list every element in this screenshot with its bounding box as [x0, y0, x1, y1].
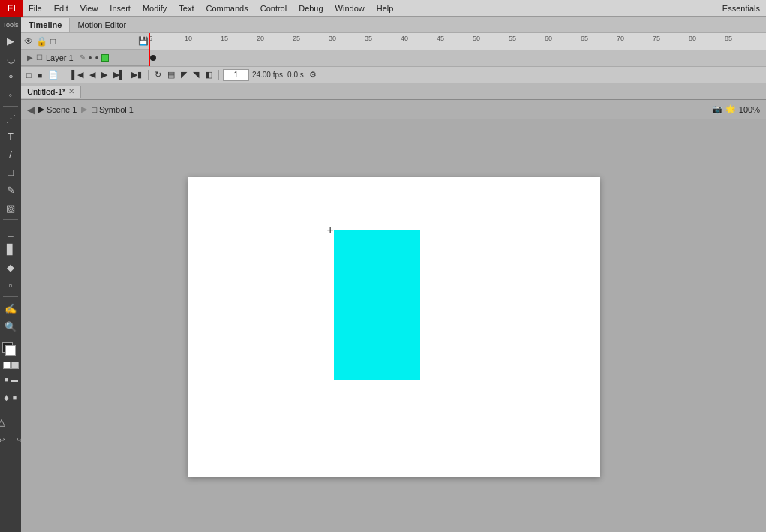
menu-edit[interactable]: Edit: [48, 2, 74, 14]
timeline-tabs: Timeline Motion Editor: [21, 17, 766, 33]
onion-outlines-btn[interactable]: ◥: [191, 69, 201, 80]
menu-control[interactable]: Control: [254, 2, 293, 14]
document-tab[interactable]: Untitled-1* ✕: [21, 86, 81, 98]
onion-skin-btn[interactable]: ◤: [179, 69, 189, 80]
deco-tool[interactable]: ◆: [3, 391, 11, 404]
breadcrumb-separator: ▶: [81, 104, 87, 114]
ruler-mark-75: 75: [653, 35, 660, 42]
snap-tool[interactable]: ■: [3, 373, 11, 386]
delete-frame-btn[interactable]: ■: [35, 70, 45, 80]
timeline-ruler-header: 👁 🔒 □ 💾 51015202530354045505560657075808…: [21, 33, 766, 50]
tools-label: Tools: [0, 20, 21, 32]
layer-icon: ☐: [36, 53, 43, 62]
ruler-mark-55: 55: [509, 35, 516, 42]
ctrl-sep-1: [65, 70, 65, 80]
line-tool[interactable]: /: [2, 146, 19, 162]
ruler-mark-25: 25: [293, 35, 300, 42]
lasso-tool[interactable]: ⚬: [2, 68, 19, 85]
extra-tools-2: ◆ ■: [3, 390, 19, 405]
menu-insert[interactable]: Insert: [104, 2, 137, 14]
shape-tool[interactable]: ■: [11, 391, 19, 404]
menu-view[interactable]: View: [74, 2, 104, 14]
first-frame-btn[interactable]: ▌◀: [69, 69, 86, 80]
stage-area: ◀ ▶ Scene 1 ▶ □ Symbol 1 📷 🌟 100%: [21, 100, 766, 532]
tools-panel: Tools ▶ ◡ ⚬ ◦ ⋰ T / □ ✎ ▧ ⎯ ▊ ◆ ▫ ✍ 🔍: [0, 17, 21, 532]
menu-text[interactable]: Text: [173, 2, 200, 14]
symbol-breadcrumb[interactable]: □ Symbol 1: [92, 105, 134, 114]
eye-icon[interactable]: 👁: [24, 36, 33, 47]
eraser-tool[interactable]: ▫: [2, 277, 19, 293]
ruler-mark-15: 15: [221, 35, 228, 42]
ruler-mark-65: 65: [581, 35, 588, 42]
tab-motion-editor[interactable]: Motion Editor: [70, 18, 134, 32]
doc-tab-name: Untitled-1*: [27, 87, 65, 96]
layer-name: Layer 1: [46, 53, 74, 62]
brush-tool[interactable]: ▧: [2, 200, 19, 216]
doc-tab-close-btn[interactable]: ✕: [68, 87, 74, 95]
scene-breadcrumb[interactable]: ▶ Scene 1: [38, 104, 77, 114]
menu-file[interactable]: File: [23, 2, 48, 14]
asset-tool[interactable]: △: [0, 413, 10, 430]
essentials-button[interactable]: Essentials: [716, 2, 766, 14]
menu-commands[interactable]: Commands: [200, 2, 254, 14]
menu-modify[interactable]: Modify: [137, 2, 173, 14]
last-frame-btn[interactable]: ▶▮: [129, 69, 144, 80]
new-layer-btn[interactable]: 📄: [46, 69, 61, 80]
layer-pencil-icon[interactable]: ✎: [80, 53, 86, 62]
subselection-tool[interactable]: ◡: [2, 50, 19, 67]
ruler-mark-70: 70: [617, 35, 624, 42]
current-frame-input[interactable]: [223, 69, 249, 81]
snap-frames-btn[interactable]: ▤: [165, 69, 177, 80]
tool-divider-3: [3, 296, 18, 297]
paint-bucket-tool[interactable]: ▊: [2, 241, 19, 257]
fl-logo: Fl: [0, 0, 23, 17]
ruler-mark-80: 80: [689, 35, 696, 42]
ruler-mark-20: 20: [257, 35, 264, 42]
rectangle-tool[interactable]: □: [2, 164, 19, 180]
eyedropper-tool[interactable]: ◆: [2, 259, 19, 275]
settings-btn[interactable]: ⚙: [307, 69, 319, 80]
add-frame-btn[interactable]: □: [24, 70, 34, 80]
extra-tools: ■ ▬: [3, 372, 19, 387]
undo-btn[interactable]: ↩: [0, 431, 10, 448]
onion-options-btn[interactable]: ◧: [203, 69, 215, 80]
menu-debug[interactable]: Debug: [293, 2, 329, 14]
layer-1-row[interactable]: ▶ ☐ Layer 1 ✎ ● ●: [21, 53, 149, 62]
timeline-ruler: 510152025303540455055606570758085: [149, 33, 766, 50]
onion-skin-tool[interactable]: ▬: [11, 373, 19, 386]
stage-canvas[interactable]: +: [188, 177, 600, 477]
pencil-tool[interactable]: ✎: [2, 182, 19, 198]
main-layout: Tools ▶ ◡ ⚬ ◦ ⋰ T / □ ✎ ▧ ⎯ ▊ ◆ ▫ ✍ 🔍: [0, 17, 766, 532]
magic-wand-tool[interactable]: ◦: [2, 86, 19, 103]
free-transform-tool[interactable]: ⋰: [2, 110, 19, 126]
back-button[interactable]: ◀: [27, 104, 35, 116]
menu-help[interactable]: Help: [371, 2, 400, 14]
play-btn[interactable]: ▶: [99, 69, 110, 80]
bone-tool[interactable]: ⎯: [2, 223, 19, 239]
swap-color-btn[interactable]: [11, 362, 19, 369]
ruler-mark-30: 30: [329, 35, 336, 42]
prev-frame-btn[interactable]: ◀: [87, 69, 98, 80]
add-layer-icon[interactable]: 💾: [138, 36, 149, 46]
hand-tool[interactable]: ✍: [2, 300, 19, 317]
text-tool[interactable]: T: [2, 128, 19, 144]
tab-timeline[interactable]: Timeline: [21, 18, 70, 32]
zoom-tool[interactable]: 🔍: [2, 318, 19, 335]
scene-label: Scene 1: [47, 105, 77, 114]
stroke-color-swatch[interactable]: [2, 342, 19, 359]
loop-btn[interactable]: ↻: [152, 69, 164, 80]
zoom-value[interactable]: 100%: [739, 105, 760, 114]
outline-icon[interactable]: □: [50, 36, 56, 47]
breadcrumb-bar: ◀ ▶ Scene 1 ▶ □ Symbol 1 📷 🌟 100%: [21, 100, 766, 119]
next-frame-btn[interactable]: ▶▌: [111, 69, 128, 80]
layer-arrow: ▶: [27, 53, 33, 62]
time-label: 0.0 s: [287, 71, 304, 79]
timeline-frames[interactable]: [149, 50, 766, 66]
menu-window[interactable]: Window: [329, 2, 371, 14]
no-color-btn[interactable]: [3, 362, 11, 369]
selection-tool[interactable]: ▶: [2, 32, 19, 49]
tool-divider-4: [3, 338, 18, 338]
lock-icon[interactable]: 🔒: [36, 36, 47, 47]
cyan-rectangle[interactable]: [334, 230, 420, 380]
keyframe-marker: [150, 55, 156, 61]
